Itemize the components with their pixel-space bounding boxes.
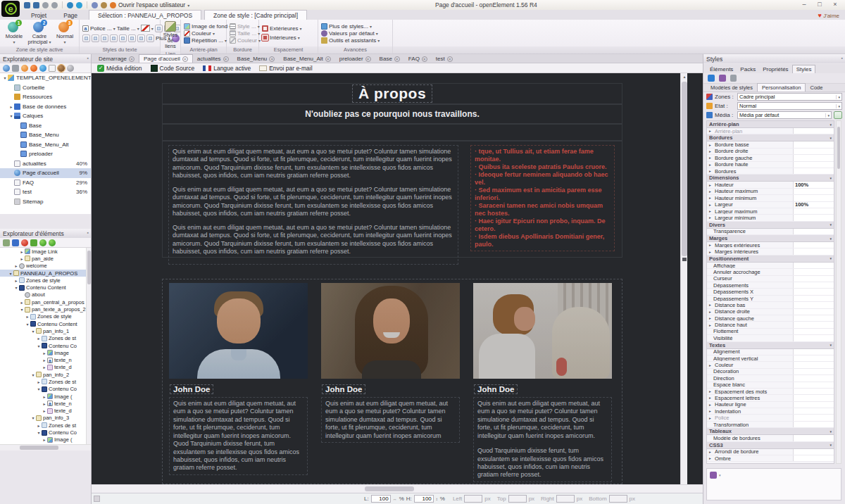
canvas-vscrollbar[interactable]: ▴ [680, 73, 687, 484]
style-prop-d-passements-y[interactable]: Dépassements Y [707, 296, 834, 302]
style-prop-curseur[interactable]: Curseur [707, 276, 834, 282]
style-prop-value[interactable] [793, 455, 834, 461]
undo-icon[interactable] [42, 2, 49, 8]
style-prop-hauteur-maximum[interactable]: ▸Hauteur maximum [707, 189, 834, 195]
tree-item-contenu-co[interactable]: ▾Contenu Co [0, 342, 91, 349]
style-prop-value[interactable] [793, 389, 834, 394]
collapse-icon[interactable]: ▾ [30, 415, 36, 420]
tree-item-contenu-co[interactable]: ▾Contenu Co [0, 429, 91, 436]
expand-icon[interactable]: ▸ [709, 323, 713, 327]
text-style-preset-button[interactable] [82, 34, 90, 42]
lock-icon[interactable] [730, 75, 737, 82]
expand-icon[interactable]: ▸ [709, 243, 713, 247]
doc-tab-actualites[interactable]: actualites× [193, 55, 233, 63]
element-tree-scrollbar[interactable] [86, 248, 91, 444]
doc-tab-test[interactable]: test× [432, 55, 457, 63]
style-prop-value[interactable] [793, 408, 834, 414]
style-prop-value[interactable] [793, 296, 834, 301]
expand-icon[interactable]: ▸ [709, 189, 713, 194]
style-prop-distance-droite[interactable]: ▸Distance droite [707, 309, 834, 315]
r-p-tition-button[interactable]: Répétition ...▾ [183, 37, 232, 44]
collapse-icon[interactable]: ▾ [36, 430, 42, 435]
doc-tab-base-menu[interactable]: Base_Menu× [233, 55, 280, 63]
style-prop-value[interactable] [793, 208, 834, 214]
expand-icon[interactable]: ▸ [709, 363, 713, 367]
style-prop-value[interactable] [793, 382, 834, 388]
style-prop-distance-gauche[interactable]: ▸Distance gauche [707, 315, 834, 322]
style-prop-transparence[interactable]: Transparence [707, 229, 834, 235]
zone-empty[interactable] [162, 124, 622, 141]
tree-item-zones-de-st[interactable]: ▸Zones de st [0, 422, 91, 429]
team-photo[interactable] [473, 283, 612, 379]
style-group-arri-re-plan[interactable]: Arrière-plan▾ [707, 121, 834, 128]
style-group-bordures[interactable]: Bordures▾ [707, 134, 834, 141]
style-prop-hauteur-minimum[interactable]: ▸Hauteur minimum [707, 195, 834, 201]
normal-button[interactable]: 3 Normal▾ [53, 22, 77, 45]
collapse-icon[interactable]: ▾ [19, 307, 25, 312]
style-group-tableaux[interactable]: Tableaux▾ [707, 428, 834, 435]
text-style-preset-button[interactable] [128, 34, 136, 42]
zone-page-subtitle[interactable]: N'oubliez pas ce pourquoi nous travaillo… [162, 104, 622, 124]
style-prop-annuler-accrochage[interactable]: Annuler accrochage [707, 269, 834, 275]
tree-item-pan-texte-a-propos-2[interactable]: ▾pan_texte_a_propos_2 [0, 305, 91, 313]
style-prop-value[interactable] [793, 162, 834, 168]
expand-icon[interactable]: ▸ [19, 256, 25, 261]
style-prop-espacement-lettres[interactable]: ▸Espacement lettres [707, 395, 834, 401]
expand-icon[interactable]: ▸ [8, 104, 14, 109]
expand-icon[interactable]: ▸ [709, 416, 713, 420]
expand-icon[interactable]: ▸ [709, 156, 713, 160]
tree-item-calques[interactable]: ▾Calques [0, 111, 91, 121]
style-prop-value[interactable] [793, 155, 834, 160]
expand-icon[interactable]: ▸ [709, 149, 713, 153]
tree-item-faq[interactable]: FAQ29% [0, 178, 91, 188]
right-input[interactable] [556, 495, 575, 503]
tab-propri-t-s[interactable]: Propriétés [759, 65, 791, 73]
style-prop-value[interactable]: 100% [793, 202, 834, 208]
style-prop-bordure-haute[interactable]: ▸Bordure haute [707, 162, 834, 168]
edit-media-button[interactable] [834, 111, 842, 119]
save-all-icon[interactable] [33, 2, 39, 8]
tree-item-base[interactable]: Base [0, 121, 91, 131]
collapse-icon[interactable]: ▾ [830, 443, 832, 447]
style-prop-largeur[interactable]: ▸Largeur100% [707, 202, 834, 208]
close-tab-icon[interactable]: × [447, 56, 453, 62]
menu-tab-projet[interactable]: Projet [23, 11, 55, 20]
style-prop-marges-ext-rieures[interactable]: ▸Marges extérieures [707, 242, 834, 248]
code-source-button[interactable]: Code Source [151, 65, 195, 72]
team-description[interactable]: Quis enim aut eum diligat quem metuat, a… [473, 397, 612, 482]
collapse-icon[interactable]: ▾ [8, 113, 14, 118]
tab-packs[interactable]: Packs [737, 65, 759, 73]
style-prop-d-passements-x[interactable]: Dépassements X [707, 289, 834, 295]
style-prop-indentation[interactable]: ▸Indentation [707, 408, 834, 415]
envoi-par-e-mail-button[interactable]: Envoi par e-mail [259, 65, 312, 72]
tree-item-base-menu[interactable]: Base_Menu [0, 130, 91, 140]
style-prop-value[interactable] [793, 322, 834, 327]
style-group-textes[interactable]: Textes▾ [707, 342, 834, 349]
open-user-space-button[interactable]: Ouvrir l'espace utilisateur ▾ [110, 1, 189, 8]
plus-de-styles-button[interactable]: Plus de styles...▾ [320, 23, 380, 30]
collapse-icon[interactable]: ▾ [830, 343, 832, 347]
style-prop-value[interactable] [793, 128, 834, 134]
text-style-preset-button[interactable] [146, 34, 154, 42]
close-tab-icon[interactable]: × [422, 56, 427, 62]
tree-item-test[interactable]: test36% [0, 187, 91, 197]
collapse-icon[interactable]: ▾ [13, 285, 19, 290]
page-canvas[interactable]: À propos N'oubliez pas ce pourquoi nous … [92, 73, 703, 484]
ie-icon[interactable] [39, 65, 46, 72]
tree-item-page-d-accueil[interactable]: Page d'accueil9% [0, 168, 91, 178]
doc-tab-base[interactable]: Base× [375, 55, 404, 63]
publish-icon[interactable] [92, 2, 98, 8]
minimize-button[interactable]: – [796, 0, 812, 9]
close-button[interactable]: × [827, 0, 843, 9]
tree-item-contenu-content[interactable]: ▾Contenu Content [0, 284, 91, 291]
valeurs-par-d-faut-button[interactable]: Valeurs par défaut▾ [320, 30, 380, 37]
style-prop-transformation[interactable]: Transformation [707, 422, 834, 428]
team-photo[interactable] [169, 283, 308, 379]
collapse-icon[interactable]: ▾ [30, 372, 36, 377]
edit-icon[interactable] [3, 239, 10, 246]
style-prop-value[interactable] [793, 141, 834, 147]
tree-item-pan-info-2[interactable]: ▾pan_info_2 [0, 371, 91, 378]
style-prop-police[interactable]: ▸Police [707, 415, 834, 421]
style-prop-value[interactable] [793, 289, 834, 294]
expand-icon[interactable]: ▸ [709, 183, 713, 187]
